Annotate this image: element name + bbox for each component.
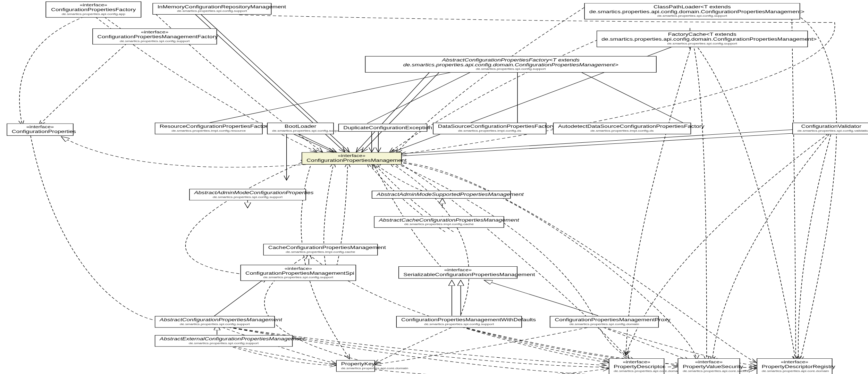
class-name: InMemoryConfigurationRepositoryManagemen… bbox=[158, 5, 267, 9]
svg-line-24 bbox=[484, 280, 598, 316]
package-label: de.smartics.properties.api.core.domain bbox=[614, 369, 659, 373]
package-label: de.smartics.properties.spi.config.suppor… bbox=[158, 10, 267, 13]
node-boot-loader: BootLoader de.smartics.properties.spi.co… bbox=[267, 123, 334, 134]
node-config-properties-mgmt: «interface» ConfigurationPropertiesManag… bbox=[302, 152, 402, 165]
stereotype-label: «interface» bbox=[12, 125, 69, 130]
svg-line-12 bbox=[356, 67, 434, 152]
package-label: de.smartics.properties.spi.config.suppor… bbox=[401, 323, 517, 326]
package-label: de.smartics.properties.spi.config.suppor… bbox=[245, 276, 351, 279]
svg-line-3 bbox=[367, 65, 484, 123]
node-inmemory-config-repo-mgmt: InMemoryConfigurationRepositoryManagemen… bbox=[152, 3, 271, 15]
class-name: ClassPathLoader<T extends de.smartics.pr… bbox=[589, 5, 795, 14]
package-label: de.smartics.properties.api.core.security bbox=[683, 369, 735, 373]
package-label: de.smartics.properties.spi.config.suppor… bbox=[601, 42, 803, 45]
node-abs-admin-mode-config-props: AbstractAdminModeConfigurationProperties… bbox=[189, 189, 306, 200]
class-name: ResourceConfigurationPropertiesFactory bbox=[160, 124, 258, 129]
class-name: ConfigurationPropertiesManagementProxy bbox=[555, 317, 654, 322]
package-label: de.smartics.properties.api.core.domain bbox=[341, 367, 370, 370]
package-label: de.smartics.properties.impl.config.ds bbox=[438, 130, 541, 133]
svg-line-1 bbox=[206, 65, 484, 123]
package-label: de.smartics.properties.api.config.app bbox=[51, 13, 136, 16]
class-name: ConfigurationProperties bbox=[12, 130, 69, 134]
node-serializable-cpm: «interface» SerializableConfigurationPro… bbox=[398, 266, 517, 279]
class-name: PropertyDescriptor bbox=[614, 364, 659, 369]
svg-line-13 bbox=[362, 67, 444, 152]
class-name: ConfigurationPropertiesManagementWithDef… bbox=[401, 317, 517, 322]
class-name: FactoryCache<T extends de.smartics.prope… bbox=[601, 32, 803, 42]
package-label: de.smartics.properties.spi.config.suppor… bbox=[160, 342, 288, 345]
class-name: AbstractCacheConfigurationPropertiesMana… bbox=[379, 218, 499, 223]
class-name: PropertyDescriptorRegistry bbox=[762, 364, 827, 369]
class-name: AbstractAdminModeConfigurationProperties bbox=[194, 190, 301, 195]
package-label: de.smartics.properties.spi.config.suppor… bbox=[98, 40, 212, 43]
node-config-properties-factory: «interface» ConfigurationPropertiesFacto… bbox=[45, 1, 141, 17]
node-factory-cache: FactoryCache<T extends de.smartics.prope… bbox=[597, 31, 808, 47]
node-cpm-with-defaults: ConfigurationPropertiesManagementWithDef… bbox=[396, 316, 522, 327]
stereotype-label: «interface» bbox=[51, 3, 136, 8]
class-name: ConfigurationPropertiesManagementSpi bbox=[245, 271, 351, 276]
node-abs-admin-mode-supported-props-mgmt: AbstractAdminModeSupportedPropertiesMana… bbox=[372, 191, 511, 199]
node-classpath-loader: ClassPathLoader<T extends de.smartics.pr… bbox=[584, 3, 800, 19]
node-abs-config-props-mgmt: AbstractConfigurationPropertiesManagemen… bbox=[155, 316, 275, 327]
class-name: ConfigurationValidator bbox=[797, 124, 865, 129]
class-name: AbstractAdminModeSupportedPropertiesMana… bbox=[377, 192, 506, 197]
class-name: PropertyValueSecurity bbox=[683, 364, 735, 369]
class-name: AutodetectDataSourceConfigurationPropert… bbox=[558, 124, 686, 129]
node-configuration-validator: ConfigurationValidator de.smartics.prope… bbox=[792, 123, 868, 134]
node-config-props-mgmt-factory: «interface» ConfigurationPropertiesManag… bbox=[92, 28, 217, 44]
svg-line-16 bbox=[395, 131, 835, 156]
package-label: de.smartics.properties.impl.config.resou… bbox=[160, 130, 258, 133]
node-ds-cpf: DataSourceConfigurationPropertiesFactory… bbox=[433, 123, 546, 134]
package-label: de.smartics.properties.spi.config.suppor… bbox=[272, 130, 329, 133]
class-name: BootLoader bbox=[272, 124, 329, 129]
package-label: de.smartics.properties.impl.config.cache bbox=[268, 251, 373, 254]
node-abs-cache-config-props-mgmt: AbstractCacheConfigurationPropertiesMana… bbox=[374, 216, 504, 228]
class-name: ConfigurationPropertiesManagement bbox=[306, 158, 397, 163]
stereotype-label: «interface» bbox=[403, 268, 512, 272]
node-autodetect-ds-cpf: AutodetectDataSourceConfigurationPropert… bbox=[553, 123, 691, 134]
package-label: de.smartics.properties.spi.config.domain bbox=[555, 323, 654, 326]
class-name: AbstractConfigurationPropertiesManagemen… bbox=[160, 317, 270, 322]
stereotype-label: «interface» bbox=[98, 30, 212, 34]
node-duplicate-config-exception: DuplicateConfigurationException bbox=[338, 124, 428, 132]
stereotype-label: «interface» bbox=[245, 266, 351, 271]
package-label: de.smartics.properties.impl.config.cache bbox=[379, 223, 499, 226]
package-label: de.smartics.properties.spi.config.suppor… bbox=[589, 15, 795, 18]
package-label: de.smartics.properties.spi.config.suppor… bbox=[370, 68, 651, 71]
class-name: ConfigurationPropertiesManagementFactory bbox=[98, 34, 212, 39]
class-name: DataSourceConfigurationPropertiesFactory bbox=[438, 124, 541, 129]
class-name: AbstractExternalConfigurationPropertiesM… bbox=[160, 336, 288, 341]
stereotype-label: «interface» bbox=[683, 360, 735, 364]
node-property-value-security: «interface» PropertyValueSecurity de.sma… bbox=[678, 358, 740, 374]
node-configuration-properties: «interface» ConfigurationProperties bbox=[7, 123, 73, 136]
node-property-descriptor-registry: «interface» PropertyDescriptorRegistry d… bbox=[757, 358, 832, 374]
node-resource-cpf: ResourceConfigurationPropertiesFactory d… bbox=[155, 123, 263, 134]
stereotype-label: «interface» bbox=[762, 360, 827, 364]
node-property-descriptor: «interface» PropertyDescriptor de.smarti… bbox=[609, 358, 664, 374]
class-name: DuplicateConfigurationException bbox=[343, 125, 422, 130]
class-name: CacheConfigurationPropertiesManagement bbox=[268, 246, 373, 250]
class-name: ConfigurationPropertiesFactory bbox=[51, 8, 136, 13]
class-name: PropertyKey bbox=[341, 361, 370, 366]
package-label: de.smartics.properties.impl.config.ds bbox=[558, 130, 686, 133]
class-name: AbstractConfigurationPropertiesFactory<T… bbox=[370, 58, 651, 67]
node-property-key: PropertyKey de.smartics.properties.api.c… bbox=[336, 360, 375, 372]
package-label: de.smartics.properties.api.core.domain bbox=[762, 369, 827, 373]
node-cache-config-props-mgmt: CacheConfigurationPropertiesManagement d… bbox=[263, 244, 378, 255]
stereotype-label: «interface» bbox=[614, 360, 659, 364]
package-label: de.smartics.properties.spi.config.suppor… bbox=[194, 196, 301, 199]
svg-line-5 bbox=[567, 65, 684, 123]
svg-line-21 bbox=[214, 277, 267, 316]
package-label: de.smartics.properties.spi.config.valida… bbox=[797, 130, 865, 133]
node-config-props-mgmt-spi: «interface» ConfigurationPropertiesManag… bbox=[241, 265, 356, 281]
stereotype-label: «interface» bbox=[306, 154, 397, 158]
node-cpm-proxy: ConfigurationPropertiesManagementProxy d… bbox=[550, 316, 659, 327]
package-label: de.smartics.properties.spi.config.suppor… bbox=[160, 323, 270, 326]
node-abs-ext-cpm: AbstractExternalConfigurationPropertiesM… bbox=[155, 335, 293, 347]
class-name: SerializableConfigurationPropertiesManag… bbox=[403, 272, 512, 277]
node-abstract-config-props-factory: AbstractConfigurationPropertiesFactory<T… bbox=[365, 56, 657, 73]
